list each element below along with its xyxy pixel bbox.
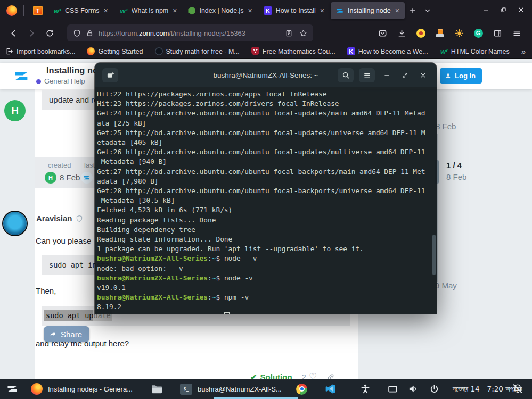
share-button[interactable]: Share bbox=[44, 326, 89, 342]
new-tab-button[interactable] bbox=[409, 7, 416, 14]
taskbar-chrome-button[interactable] bbox=[296, 379, 307, 399]
terminal-new-tab-button[interactable] bbox=[102, 68, 118, 82]
tab-what-is-npm[interactable]: What is npm× bbox=[114, 2, 183, 19]
author-row: Aravisian bbox=[36, 214, 83, 223]
zorin-forum-logo-icon[interactable] bbox=[13, 68, 30, 85]
download-button[interactable] bbox=[394, 25, 410, 41]
tab-close-icon[interactable]: × bbox=[395, 7, 400, 14]
bookmarks-bar: Import bookmarks...Getting StartedStudy … bbox=[0, 45, 532, 59]
tracking-shield-icon[interactable] bbox=[73, 29, 81, 37]
account-button[interactable] bbox=[413, 25, 429, 41]
darkreader-button[interactable] bbox=[451, 25, 467, 41]
tab-close-icon[interactable]: × bbox=[248, 7, 253, 14]
tab-how-to-install[interactable]: How to Install× bbox=[259, 2, 330, 19]
bookmark-getting-started[interactable]: Getting Started bbox=[87, 47, 143, 55]
tab-close-icon[interactable]: × bbox=[172, 7, 177, 14]
sidebar-button[interactable] bbox=[489, 25, 505, 41]
like-count[interactable]: 2♡ bbox=[302, 371, 317, 379]
tray-display-button[interactable] bbox=[388, 379, 398, 399]
solution-badge[interactable]: ✔Solution bbox=[250, 372, 292, 379]
tray-power-button[interactable] bbox=[429, 379, 439, 399]
bookmark-study-math-for-free-m[interactable]: Study math for free - M... bbox=[155, 47, 240, 55]
taskbar-vscode-button[interactable] bbox=[325, 379, 337, 399]
post-text-then: Then, bbox=[36, 286, 56, 295]
menu-button[interactable] bbox=[509, 25, 525, 41]
folder-icon bbox=[150, 383, 163, 395]
lock-icon[interactable] bbox=[86, 29, 94, 37]
url-text: https://forum.zorin.com/t/installing-nod… bbox=[99, 29, 280, 37]
bookmark-import-bookmarks[interactable]: Import bookmarks... bbox=[5, 47, 75, 55]
tab-close-icon[interactable]: × bbox=[320, 7, 325, 14]
created-date: 8 Feb bbox=[60, 173, 80, 182]
avatar-h[interactable]: H bbox=[4, 100, 26, 121]
reload-button[interactable] bbox=[42, 25, 58, 41]
taskbar-clock[interactable]: নভেম্বর 14 7:20 অপরাহ্ন bbox=[453, 379, 522, 399]
share-icon bbox=[49, 330, 57, 338]
terminal-line: Hit:22 https://packages.zorinos.com/apps… bbox=[97, 89, 437, 99]
back-button[interactable] bbox=[5, 25, 21, 41]
aravisian-avatar[interactable] bbox=[3, 212, 27, 235]
grammarly-button[interactable] bbox=[470, 25, 486, 41]
terminal-menu-button[interactable] bbox=[359, 68, 375, 82]
avatar-h-small[interactable]: H bbox=[45, 172, 56, 184]
terminal-line: ata [275 kB] bbox=[97, 119, 437, 128]
w3schools-icon bbox=[53, 6, 61, 15]
taskbar-terminal-window[interactable]: bushra@NatriumZX-All-S... bbox=[180, 379, 282, 399]
bookmark-label: Import bookmarks... bbox=[17, 48, 75, 55]
tray-volume-button[interactable] bbox=[408, 379, 419, 399]
firefox-logo-icon[interactable] bbox=[6, 5, 17, 16]
forum-search-icon[interactable] bbox=[484, 70, 494, 80]
terminal-line: v19.0.1 bbox=[97, 283, 437, 293]
close-button[interactable] bbox=[518, 6, 525, 15]
bookmark-html-color-names[interactable]: HTML Color Names bbox=[440, 47, 510, 55]
window-controls bbox=[482, 6, 525, 15]
timeline-current-date: 8 Feb bbox=[446, 172, 466, 181]
author-name[interactable]: Aravisian bbox=[36, 214, 72, 223]
terminal-scrollbar-thumb[interactable] bbox=[432, 235, 436, 275]
tab-index-node-js[interactable]: Index | Node.js× bbox=[183, 2, 257, 19]
bookmark-label: How to Become a We... bbox=[358, 48, 428, 55]
tab-close-icon[interactable]: × bbox=[103, 7, 109, 14]
bookmark-free-mathematics-cou[interactable]: Free Mathematics Cou... bbox=[251, 47, 335, 55]
copy-link-button[interactable] bbox=[326, 373, 335, 379]
category-label[interactable]: General Help bbox=[44, 77, 85, 85]
taskbar-accessibility-button[interactable] bbox=[360, 379, 371, 399]
forward-button[interactable] bbox=[23, 25, 39, 41]
chrome-icon bbox=[296, 384, 307, 395]
tab-separator bbox=[23, 5, 24, 16]
extension-button[interactable] bbox=[432, 25, 448, 41]
terminal-line: Get:26 http://bd.archive.ubuntu.com/ubun… bbox=[97, 147, 437, 157]
terminal-search-button[interactable] bbox=[338, 68, 354, 82]
restore-icon bbox=[500, 6, 507, 13]
terminal-close-button[interactable] bbox=[416, 69, 429, 81]
avatar-zorin-small[interactable] bbox=[81, 172, 93, 184]
tab-pinned[interactable] bbox=[29, 2, 47, 19]
minimize-icon bbox=[482, 6, 489, 13]
terminal-minimize-button[interactable] bbox=[380, 69, 393, 81]
url-bar[interactable]: https://forum.zorin.com/t/installing-nod… bbox=[67, 24, 313, 41]
taskbar-firefox-window[interactable]: Installing nodejs - Genera... bbox=[31, 379, 133, 399]
reader-view-icon[interactable] bbox=[285, 29, 293, 37]
terminal-output[interactable]: Hit:22 https://packages.zorinos.com/apps… bbox=[95, 87, 437, 314]
taskbar-files-button[interactable] bbox=[150, 379, 163, 399]
topic-title[interactable]: Installing no bbox=[46, 65, 98, 76]
zorin-menu-button[interactable] bbox=[5, 379, 19, 399]
terminal-line: Get:25 http://bd.archive.ubuntu.com/ubun… bbox=[97, 128, 437, 138]
tab-css-forms[interactable]: CSS Forms× bbox=[48, 2, 113, 19]
forum-menu-icon[interactable] bbox=[507, 70, 518, 80]
tab-installing-node[interactable]: Installing node× bbox=[331, 2, 405, 19]
terminal-line: Get:27 http://bd.archive.ubuntu.com/ubun… bbox=[97, 167, 437, 177]
pocket-button[interactable] bbox=[374, 25, 390, 41]
terminal-titlebar[interactable]: bushra@NatriumZX-All-Series: ~ bbox=[95, 63, 437, 87]
tray-notifications-button[interactable] bbox=[512, 379, 523, 399]
terminal-restore-button[interactable] bbox=[398, 69, 411, 81]
minimize-button[interactable] bbox=[482, 6, 489, 15]
bookmark-how-to-become-a-we[interactable]: How to Become a We... bbox=[347, 47, 428, 55]
power-icon bbox=[429, 384, 439, 394]
login-button[interactable]: Log In bbox=[440, 68, 482, 84]
minimize-icon bbox=[383, 72, 390, 79]
bookmark-star-icon[interactable] bbox=[299, 29, 307, 37]
bookmarks-overflow-button[interactable]: » bbox=[521, 47, 526, 56]
restore-button[interactable] bbox=[500, 6, 507, 15]
list-tabs-button[interactable] bbox=[424, 7, 431, 14]
